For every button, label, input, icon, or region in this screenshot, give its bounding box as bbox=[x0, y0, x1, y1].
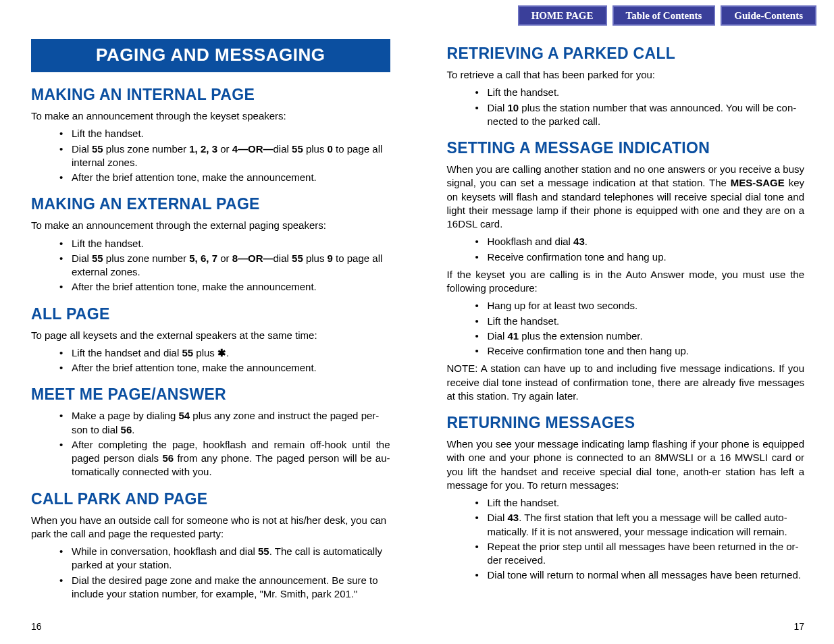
nav-home-button[interactable]: HOME PAGE bbox=[518, 5, 607, 26]
list-item: After completing the page, hookflash and… bbox=[59, 438, 390, 479]
body-text: NOTE: A station can have up to and inclu… bbox=[447, 362, 805, 403]
page-left: PAGING AND MESSAGING MAKING AN INTERNAL … bbox=[0, 27, 417, 644]
list-item: Receive confirmation tone and hang up. bbox=[475, 250, 805, 264]
list-item: Dial tone will return to normal when all… bbox=[475, 568, 805, 582]
list-item: After the brief attention tone, make the… bbox=[59, 280, 390, 294]
list-item: Lift the handset and dial 55 plus ✱. bbox=[59, 346, 390, 360]
body-text: When you have an outside call for someon… bbox=[31, 514, 390, 541]
list-item: Make a page by dialing 54 plus any zone … bbox=[59, 409, 390, 437]
body-text: To make an announcement through the exte… bbox=[31, 219, 390, 232]
list-item: Lift the handset. bbox=[475, 315, 805, 328]
body-text: When you see your message indicating lam… bbox=[447, 437, 805, 492]
body-text: When you are calling another station and… bbox=[447, 163, 805, 231]
heading-all-page: ALL PAGE bbox=[31, 305, 390, 323]
page-right: RETRIEVING A PARKED CALL To retrieve a c… bbox=[417, 27, 835, 644]
nav-bar: HOME PAGE Table of Contents Guide-Conten… bbox=[518, 5, 816, 26]
list-item: Dial 10 plus the station number that was… bbox=[475, 101, 805, 129]
list-item: Dial the desired page zone and make the … bbox=[59, 574, 390, 601]
list-item: After the brief attention tone, make the… bbox=[59, 171, 390, 184]
body-text: If the keyset you are calling is in the … bbox=[447, 268, 805, 296]
nav-guide-button[interactable]: Guide-Contents bbox=[721, 5, 816, 26]
body-text: To make an announcement through the keys… bbox=[31, 109, 390, 123]
list-item: Dial 41 plus the extension number. bbox=[475, 329, 805, 343]
list-item: Hang up for at least two seconds. bbox=[475, 299, 805, 313]
section-title-bar: PAGING AND MESSAGING bbox=[31, 39, 390, 72]
body-text: To retrieve a call that has been parked … bbox=[447, 68, 805, 82]
list-item: After the brief attention tone, make the… bbox=[59, 361, 390, 375]
page-number-left: 16 bbox=[31, 621, 42, 632]
list-item: Lift the handset. bbox=[59, 127, 390, 140]
list-item: Lift the handset. bbox=[59, 237, 390, 250]
page-number-right: 17 bbox=[793, 621, 804, 632]
list-item: Lift the handset. bbox=[475, 496, 805, 510]
list-item: Receive confirmation tone and then hang … bbox=[475, 344, 805, 358]
heading-external-page: MAKING AN EXTERNAL PAGE bbox=[31, 195, 390, 213]
body-text: To page all keysets and the external spe… bbox=[31, 329, 390, 342]
heading-message-indication: SETTING A MESSAGE INDICATION bbox=[447, 139, 805, 157]
nav-toc-button[interactable]: Table of Contents bbox=[613, 5, 716, 26]
list-item: Hookflash and dial 43. bbox=[475, 235, 805, 248]
heading-returning-messages: RETURNING MESSAGES bbox=[447, 414, 805, 432]
list-item: Dial 55 plus zone number 5, 6, 7 or 8—OR… bbox=[59, 252, 390, 279]
heading-meet-me: MEET ME PAGE/ANSWER bbox=[31, 385, 390, 404]
heading-call-park: CALL PARK AND PAGE bbox=[31, 490, 390, 508]
list-item: Repeat the prior step until all messages… bbox=[475, 540, 805, 568]
page-spread: PAGING AND MESSAGING MAKING AN INTERNAL … bbox=[0, 27, 834, 644]
heading-retrieve-parked: RETRIEVING A PARKED CALL bbox=[447, 45, 805, 63]
list-item: Lift the handset. bbox=[475, 86, 805, 99]
list-item: Dial 43. The first station that left you… bbox=[475, 511, 805, 539]
heading-internal-page: MAKING AN INTERNAL PAGE bbox=[31, 86, 390, 104]
list-item: While in conversation, hookflash and dia… bbox=[59, 545, 390, 572]
list-item: Dial 55 plus zone number 1, 2, 3 or 4—OR… bbox=[59, 142, 390, 170]
